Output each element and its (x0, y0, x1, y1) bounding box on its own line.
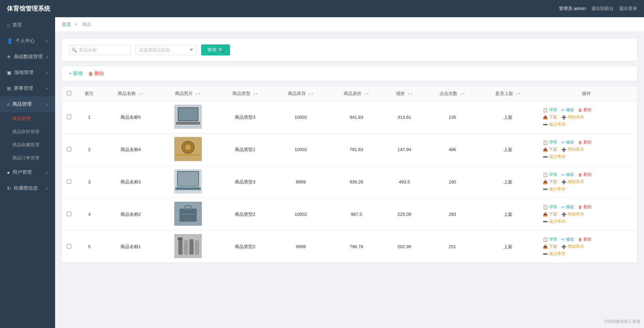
sidebar-item-goods[interactable]: ○ 商品管理 ∧ (0, 96, 55, 112)
svg-rect-18 (184, 240, 188, 255)
row-original-price: 941.83 (329, 101, 384, 134)
add-stock-button[interactable]: ➕ 增加库存 (561, 211, 584, 217)
sort-icon[interactable]: ▲▼ (364, 93, 369, 95)
row-photo (158, 198, 217, 231)
reduce-stock-button[interactable]: ➖ 减少库存 (543, 121, 565, 127)
add-stock-icon: ➕ (561, 180, 567, 184)
sidebar-item-match[interactable]: ⊞ 赛事管理 ∨ (0, 81, 55, 96)
add-stock-button[interactable]: ➕ 增加库存 (561, 147, 584, 152)
sidebar-item-home[interactable]: ⌂ 首页 (0, 17, 55, 33)
sidebar-sub-item-goods-collect[interactable]: 商品收藏管理 (0, 138, 55, 151)
delete-row-button[interactable]: 🗑 删除 (578, 139, 592, 145)
search-name-input[interactable] (69, 45, 131, 55)
edit-button[interactable]: ✏ 修改 (561, 204, 574, 210)
select-all-checkbox[interactable] (67, 91, 71, 95)
reduce-stock-button[interactable]: ➖ 减少库存 (543, 251, 565, 257)
sidebar-item-carousel[interactable]: ↻ 轮播图信息 ∨ (0, 180, 55, 196)
row-checkbox[interactable] (67, 179, 71, 184)
product-image (174, 234, 202, 258)
sidebar-item-venue[interactable]: ▣ 场地管理 ∨ (0, 65, 55, 81)
detail-button[interactable]: 📋 详情 (543, 107, 557, 113)
sort-icon[interactable]: ▲▼ (252, 93, 258, 95)
offline-button[interactable]: 📥 下架 (543, 179, 557, 185)
search-input-wrap: 🔍 (69, 45, 131, 55)
batch-delete-button[interactable]: 🗑 删除 (88, 71, 104, 77)
nav-logout-link[interactable]: 退出登录 (619, 6, 637, 12)
detail-button[interactable]: 📋 详情 (543, 236, 557, 242)
row-type: 商品类型2 (217, 231, 273, 263)
sidebar-sub-item-goods-order[interactable]: 商品订单管理 (0, 151, 55, 165)
reduce-stock-button[interactable]: ➖ 减少库存 (543, 154, 565, 160)
breadcrumb-current: 商品 (82, 22, 91, 27)
delete-row-button[interactable]: 🗑 删除 (578, 236, 592, 242)
th-clicks: 点击次数 ▲▼ (425, 86, 480, 101)
main-layout: ⌂ 首页 👤 个人中心 ∨ ✈ 基础数据管理 ∨ ▣ 场地管理 ∨ (0, 17, 644, 328)
sidebar-sub-label: 商品管理 (12, 116, 30, 121)
row-checkbox[interactable] (67, 147, 71, 151)
add-stock-label: 增加库存 (568, 114, 584, 120)
delete-row-button[interactable]: 🗑 删除 (578, 204, 592, 210)
sidebar-item-personal[interactable]: 👤 个人中心 ∨ (0, 33, 55, 49)
add-stock-button[interactable]: ➕ 增加库存 (561, 114, 584, 120)
edit-button[interactable]: ✏ 修改 (561, 107, 574, 113)
query-button[interactable]: 查询 🔍 (201, 44, 230, 55)
add-button[interactable]: + 新增 (69, 71, 83, 77)
offline-icon: 📥 (543, 147, 548, 152)
row-checkbox[interactable] (67, 115, 71, 119)
row-operations: 📋 详情 ✏ 修改 🗑 删除 📥 下架 (536, 134, 637, 166)
offline-button[interactable]: 📥 下架 (543, 147, 557, 152)
offline-icon: 📥 (543, 244, 548, 249)
edit-button[interactable]: ✏ 修改 (561, 172, 574, 178)
row-stock: 9999 (273, 166, 329, 198)
row-original-price: 936.26 (329, 166, 384, 198)
reduce-stock-button[interactable]: ➖ 减少库存 (543, 219, 565, 224)
sort-icon[interactable]: ▲▼ (195, 93, 201, 95)
row-index: 1 (76, 101, 103, 134)
delete-row-button[interactable]: 🗑 删除 (578, 107, 592, 113)
offline-icon: 📥 (543, 212, 548, 217)
row-checkbox[interactable] (67, 212, 71, 216)
detail-button[interactable]: 📋 详情 (543, 204, 557, 210)
offline-button[interactable]: 📥 下架 (543, 211, 557, 217)
ops-row-1: 📋 详情 ✏ 修改 🗑 删除 (543, 139, 592, 145)
app-title: 体育馆管理系统 (7, 4, 50, 13)
sort-icon[interactable]: ▲▼ (138, 93, 144, 95)
breadcrumb-home[interactable]: 首页 (62, 22, 71, 27)
reduce-stock-button[interactable]: ➖ 减少库存 (543, 186, 565, 192)
table-row: 3 商品名称3 商品类型3 9999 936.26 493.5 160 上架 📋… (62, 166, 637, 198)
ops-row-1: 📋 详情 ✏ 修改 🗑 删除 (543, 204, 592, 210)
nav-front-link[interactable]: 退出到前台 (591, 6, 614, 12)
sidebar-item-user[interactable]: ● 用户管理 ∨ (0, 165, 55, 180)
table-row: 2 商品名称4 商品类型1 10002 791.83 147.94 486 上架… (62, 134, 637, 166)
sidebar-sub-item-goods-review[interactable]: 商品评价管理 (0, 125, 55, 138)
delete-row-icon: 🗑 (578, 108, 582, 113)
detail-button[interactable]: 📋 详情 (543, 172, 557, 178)
search-type-select[interactable]: 请选择商品类型 商品类型1 商品类型2 商品类型3 (135, 45, 197, 55)
row-original-price: 796.78 (329, 231, 384, 263)
add-stock-icon: ➕ (561, 115, 567, 120)
delete-row-label: 删除 (583, 107, 592, 113)
offline-button[interactable]: 📥 下架 (543, 114, 557, 120)
sidebar-sub-item-goods-management[interactable]: 商品管理 (0, 112, 55, 125)
sidebar-item-label: 基础数据管理 (14, 54, 43, 60)
delete-row-button[interactable]: 🗑 删除 (578, 172, 592, 178)
add-stock-button[interactable]: ➕ 增加库存 (561, 244, 584, 250)
add-stock-button[interactable]: ➕ 增加库存 (561, 179, 584, 185)
row-checkbox-cell (62, 101, 76, 134)
detail-button[interactable]: 📋 详情 (543, 139, 557, 145)
sort-icon[interactable]: ▲▼ (515, 93, 521, 95)
sidebar-sub-label: 商品评价管理 (12, 129, 39, 134)
sidebar-item-basic-data[interactable]: ✈ 基础数据管理 ∨ (0, 49, 55, 65)
row-checkbox[interactable] (67, 244, 71, 248)
edit-button[interactable]: ✏ 修改 (561, 139, 574, 145)
offline-button[interactable]: 📥 下架 (543, 244, 557, 250)
edit-icon: ✏ (561, 108, 565, 113)
row-checkbox-cell (62, 166, 76, 198)
svg-rect-17 (178, 239, 183, 255)
edit-label: 修改 (566, 204, 574, 210)
sort-icon[interactable]: ▲▼ (460, 93, 465, 95)
sort-icon[interactable]: ▲▼ (308, 93, 314, 95)
edit-button[interactable]: ✏ 修改 (561, 236, 574, 242)
sort-icon[interactable]: ▲▼ (407, 93, 413, 95)
svg-point-6 (185, 145, 191, 150)
